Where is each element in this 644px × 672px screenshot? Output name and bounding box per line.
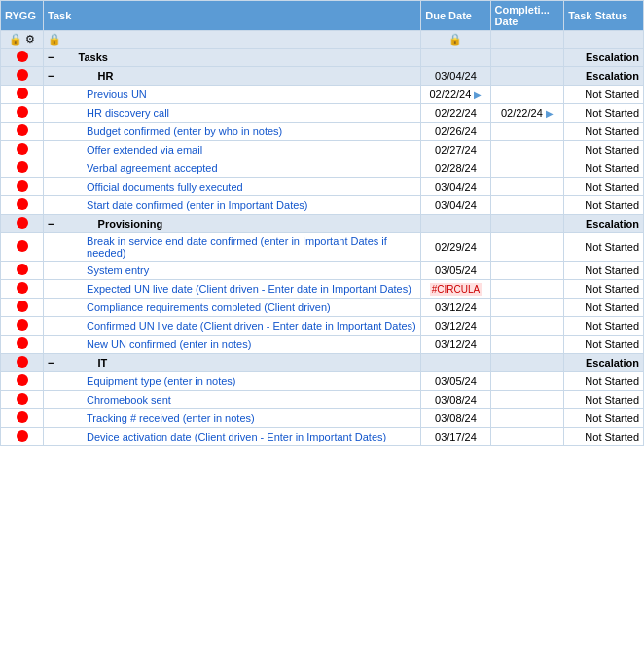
- group-rygg-cell: [1, 215, 44, 233]
- icon-row: 🔒 ⚙ 🔒 🔒: [1, 31, 644, 49]
- rygg-icons[interactable]: 🔒 ⚙: [1, 31, 44, 49]
- task-cell: Previous UN: [44, 86, 421, 104]
- completion-date-cell: [490, 159, 564, 178]
- due-date-cell: 02/22/24: [421, 104, 490, 123]
- status-cell: Not Started: [564, 336, 644, 354]
- table-row: HR discovery call02/22/2402/22/24 ▶Not S…: [1, 104, 644, 123]
- task-label[interactable]: Previous UN: [48, 88, 147, 100]
- red-dot-icon: [17, 88, 28, 99]
- completion-date-cell: [490, 196, 564, 215]
- task-label[interactable]: System entry: [48, 265, 149, 276]
- group-label-cell[interactable]: − IT: [44, 354, 421, 372]
- task-cell: Expected UN live date (Client driven - E…: [44, 280, 421, 299]
- task-cell: Official documents fully executed: [44, 178, 421, 196]
- status-icon-cell: [564, 31, 644, 49]
- group-comp-cell: [490, 49, 564, 67]
- arrow-right-icon: ▶: [474, 89, 482, 100]
- status-cell: Not Started: [564, 317, 644, 336]
- due-date-cell: 03/08/24: [421, 391, 490, 409]
- red-dot-icon: [17, 319, 28, 331]
- task-label[interactable]: Official documents fully executed: [48, 181, 243, 193]
- group-row: − HR03/04/24Escalation: [1, 67, 644, 86]
- group-comp-cell: [490, 354, 564, 372]
- group-due-cell: [421, 354, 490, 372]
- table-row: Tracking # received (enter in notes)03/0…: [1, 409, 644, 428]
- table-row: Expected UN live date (Client driven - E…: [1, 280, 644, 299]
- task-label[interactable]: Verbal agreement accepted: [48, 162, 218, 174]
- task-label[interactable]: Chromebook sent: [48, 394, 171, 406]
- completion-date-cell: [490, 123, 564, 141]
- task-label[interactable]: Start date confirmed (enter in Important…: [48, 199, 307, 211]
- task-label[interactable]: Tracking # received (enter in notes): [48, 412, 255, 424]
- completion-date-cell: [490, 86, 564, 104]
- settings-icon[interactable]: ⚙: [25, 33, 35, 45]
- rygg-cell: [1, 262, 44, 280]
- status-cell: Not Started: [564, 159, 644, 178]
- error-value: #CIRCULA: [430, 283, 482, 296]
- group-label-cell[interactable]: − HR: [44, 67, 421, 86]
- group-due-cell: [421, 49, 490, 67]
- due-date-cell: 03/05/24: [421, 372, 490, 391]
- collapse-icon[interactable]: −: [48, 357, 54, 369]
- due-date-cell: 02/28/24: [421, 159, 490, 178]
- completion-date-cell: [490, 391, 564, 409]
- completion-date-cell: 02/22/24 ▶: [490, 104, 564, 123]
- col-header-status: Task Status: [564, 1, 644, 31]
- rygg-cell: [1, 123, 44, 141]
- task-cell: System entry: [44, 262, 421, 280]
- group-status-cell: Escalation: [564, 354, 644, 372]
- rygg-cell: [1, 336, 44, 354]
- completion-date-cell: [490, 428, 564, 446]
- due-date-cell: 02/29/24: [421, 233, 490, 262]
- group-rygg-cell: [1, 49, 44, 67]
- col-header-completion: Completi... Date: [490, 1, 564, 31]
- rygg-cell: [1, 141, 44, 159]
- table-row: New UN confirmed (enter in notes)03/12/2…: [1, 336, 644, 354]
- red-dot-icon: [17, 301, 28, 312]
- task-label[interactable]: Offer extended via email: [48, 144, 202, 156]
- completion-date-cell: [490, 409, 564, 428]
- group-rygg-cell: [1, 67, 44, 86]
- task-label[interactable]: Device activation date (Client driven - …: [48, 431, 386, 442]
- header-row: RYGG Task Due Date Completi... Date Task…: [1, 1, 644, 31]
- task-label[interactable]: Equipment type (enter in notes): [48, 375, 235, 387]
- collapse-icon[interactable]: −: [48, 52, 54, 63]
- task-lock-icon: 🔒: [48, 33, 61, 45]
- red-dot-icon: [17, 198, 28, 210]
- due-date-cell: 03/12/24: [421, 299, 490, 317]
- rygg-cell: [1, 428, 44, 446]
- rygg-cell: [1, 196, 44, 215]
- group-label-cell[interactable]: − Provisioning: [44, 215, 421, 233]
- due-date-cell: 03/12/24: [421, 317, 490, 336]
- red-dot-icon: [17, 217, 28, 229]
- task-label[interactable]: Confirmed UN live date (Client driven - …: [48, 320, 416, 332]
- task-label[interactable]: Break in service end date confirmed (ent…: [48, 235, 416, 259]
- table-row: System entry03/05/24Not Started: [1, 262, 644, 280]
- status-cell: Not Started: [564, 178, 644, 196]
- table-row: Previous UN02/22/24 ▶Not Started: [1, 86, 644, 104]
- red-dot-icon: [17, 51, 28, 62]
- completion-date-cell: [490, 233, 564, 262]
- red-dot-icon: [17, 240, 28, 252]
- task-label[interactable]: New UN confirmed (enter in notes): [48, 338, 251, 350]
- group-label-cell[interactable]: − Tasks: [44, 49, 421, 67]
- status-cell: Not Started: [564, 409, 644, 428]
- task-cell: Equipment type (enter in notes): [44, 372, 421, 391]
- group-row: − TasksEscalation: [1, 49, 644, 67]
- status-cell: Not Started: [564, 428, 644, 446]
- due-date-cell: 03/05/24: [421, 262, 490, 280]
- status-cell: Not Started: [564, 86, 644, 104]
- task-cell: Start date confirmed (enter in Important…: [44, 196, 421, 215]
- table-row: Break in service end date confirmed (ent…: [1, 233, 644, 262]
- task-label[interactable]: Expected UN live date (Client driven - E…: [48, 283, 411, 295]
- red-dot-icon: [17, 337, 28, 349]
- task-label[interactable]: HR discovery call: [48, 107, 169, 119]
- task-label[interactable]: Budget confirmed (enter by who in notes): [48, 125, 282, 137]
- col-header-rygg: RYGG: [1, 1, 44, 31]
- collapse-icon[interactable]: −: [48, 218, 54, 230]
- task-label[interactable]: Compliance requirements completed (Clien…: [48, 301, 331, 313]
- collapse-icon[interactable]: −: [48, 70, 54, 82]
- lock-icon[interactable]: 🔒: [9, 33, 22, 45]
- table-row: Start date confirmed (enter in Important…: [1, 196, 644, 215]
- status-cell: Not Started: [564, 196, 644, 215]
